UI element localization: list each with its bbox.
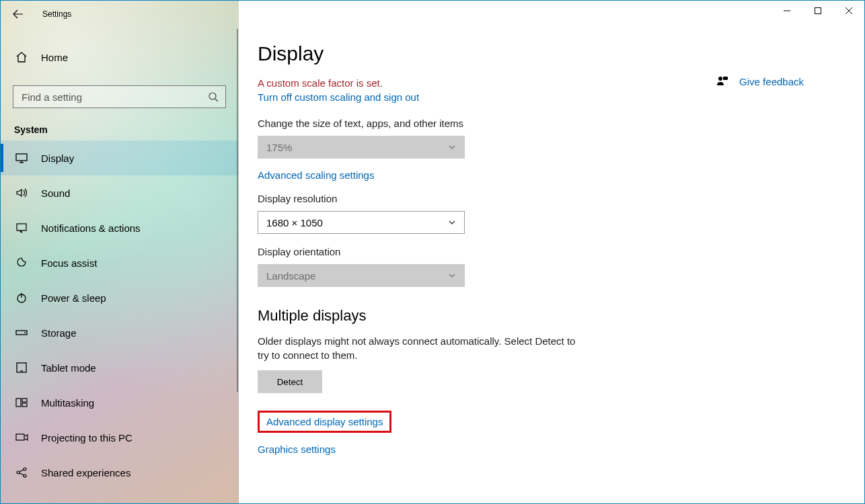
svg-rect-14 [22,403,27,407]
sidebar-item-multitasking[interactable]: Multitasking [1,385,238,420]
advanced-scaling-link[interactable]: Advanced scaling settings [258,169,634,181]
svg-point-9 [24,332,26,333]
orientation-value: Landscape [266,270,315,282]
svg-rect-2 [16,154,27,161]
power-icon [14,290,29,305]
close-button[interactable] [833,1,864,21]
advanced-display-highlight: Advanced display settings [258,411,391,433]
minimize-button[interactable] [772,1,802,21]
sidebar-item-label: Focus assist [41,257,97,269]
svg-point-18 [24,474,26,477]
svg-line-19 [20,470,24,472]
search-icon [208,91,219,102]
sidebar-item-label: Power & sleep [41,292,106,304]
orientation-label: Display orientation [258,246,634,257]
feedback-label: Give feedback [739,76,804,87]
svg-rect-26 [723,77,728,80]
detect-button[interactable]: Detect [258,370,322,393]
svg-rect-13 [22,398,27,402]
sidebar-item-label: Shared experiences [41,467,130,478]
svg-point-0 [209,93,216,99]
window-title: Settings [42,9,71,19]
sidebar-item-label: Projecting to this PC [41,432,133,444]
sidebar-nav: Display Sound Notifications & actions Fo… [1,140,238,490]
sidebar-item-shared[interactable]: Shared experiences [1,455,238,490]
sidebar-item-storage[interactable]: Storage [1,315,238,350]
orientation-combobox: Landscape [258,264,465,287]
sidebar-item-display[interactable]: Display [1,140,238,175]
sidebar-home-label: Home [41,52,68,63]
search-input[interactable] [20,91,208,103]
feedback-link[interactable]: Give feedback [715,75,804,88]
sidebar-item-notifications[interactable]: Notifications & actions [1,210,238,245]
resolution-value: 1680 × 1050 [266,217,323,228]
tablet-icon [14,360,29,375]
page-title: Display [258,42,864,65]
resolution-label: Display resolution [258,193,634,204]
multiple-displays-heading: Multiple displays [258,307,634,325]
storage-icon [14,325,29,340]
content-pane: Give feedback Display A custom scale fac… [239,1,864,503]
multiple-displays-desc: Older displays might not always connect … [258,334,587,362]
sidebar-item-focus-assist[interactable]: Focus assist [1,245,238,280]
resolution-combobox[interactable]: 1680 × 1050 [258,211,465,234]
svg-rect-5 [17,224,26,230]
chevron-down-icon [448,271,456,280]
window-controls [772,1,864,21]
graphics-settings-link[interactable]: Graphics settings [258,444,634,455]
sidebar-category: System [14,124,238,135]
titlebar: Settings [1,1,238,28]
focus-assist-icon [14,255,29,270]
multitasking-icon [14,395,29,410]
svg-rect-15 [16,434,24,440]
sidebar-item-label: Storage [41,327,77,339]
notifications-icon [14,220,29,235]
advanced-display-link[interactable]: Advanced display settings [266,416,383,427]
sidebar-item-label: Tablet mode [41,362,96,374]
shared-icon [14,465,29,480]
minimize-icon [784,7,790,14]
scale-value: 175% [266,142,292,153]
close-icon [845,7,852,14]
sound-icon [14,185,29,200]
search-box[interactable] [13,85,226,108]
sidebar-item-tablet[interactable]: Tablet mode [1,350,238,385]
home-icon [14,50,29,65]
sidebar: Settings Home System Display Sound [1,1,239,503]
turn-off-scaling-link[interactable]: Turn off custom scaling and sign out [258,91,634,103]
chevron-down-icon [448,218,456,226]
scale-warning: A custom scale factor is set. [258,77,634,89]
svg-point-16 [17,471,20,474]
scale-label: Change the size of text, apps, and other… [258,118,634,129]
svg-point-17 [24,468,26,470]
chevron-down-icon [448,143,456,151]
sidebar-item-label: Display [41,153,74,164]
svg-line-20 [20,473,24,475]
back-button[interactable] [9,3,33,25]
feedback-icon [715,75,728,88]
sidebar-item-power[interactable]: Power & sleep [1,280,238,315]
arrow-left-icon [13,9,24,19]
sidebar-scrollbar[interactable] [237,29,238,392]
svg-rect-12 [16,398,21,407]
sidebar-item-projecting[interactable]: Projecting to this PC [1,420,238,455]
scale-combobox: 175% [258,136,465,159]
maximize-icon [815,7,821,14]
sidebar-item-label: Multitasking [41,397,94,409]
svg-rect-22 [815,8,821,14]
sidebar-item-label: Notifications & actions [41,222,141,234]
maximize-button[interactable] [802,1,833,21]
sidebar-item-label: Sound [41,187,70,199]
sidebar-home[interactable]: Home [1,41,238,73]
sidebar-item-sound[interactable]: Sound [1,175,238,210]
projecting-icon [14,430,29,445]
svg-point-25 [718,77,722,81]
display-icon [14,151,29,165]
svg-line-1 [215,99,218,101]
